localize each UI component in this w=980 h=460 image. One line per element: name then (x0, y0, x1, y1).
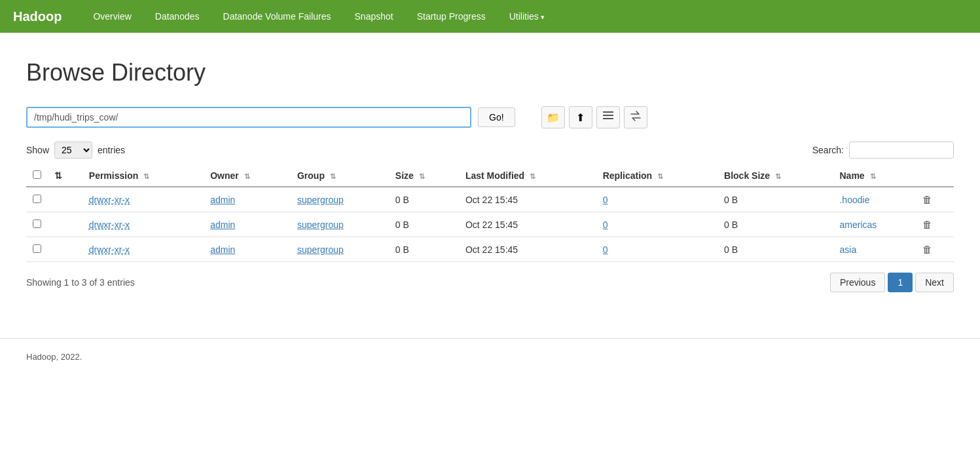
search-input[interactable] (849, 142, 954, 159)
table-row: drwxr-xr-x admin supergroup 0 B Oct 22 1… (26, 212, 954, 237)
nav-link-startup-progress[interactable]: Startup Progress (405, 2, 498, 31)
nav-link-overview[interactable]: Overview (81, 2, 143, 31)
list-icon-button[interactable] (596, 106, 620, 128)
directory-table: ⇅ Permission ⇅ Owner ⇅ Group ⇅ Size ⇅ (26, 165, 954, 262)
upload-icon-button[interactable]: ⬆ (569, 106, 592, 128)
th-sort-icon[interactable]: ⇅ (48, 165, 82, 187)
navbar: Hadoop Overview Datanodes Datanode Volum… (0, 0, 980, 33)
delete-icon-0[interactable]: 🗑 (922, 194, 932, 205)
row-permission-0: drwxr-xr-x (82, 187, 204, 212)
entries-label: entries (98, 145, 125, 155)
path-input[interactable] (26, 107, 471, 128)
sort-size-icon: ⇅ (419, 172, 425, 181)
delete-icon-1[interactable]: 🗑 (922, 219, 932, 230)
row-name-0: .hoodie (833, 187, 916, 212)
sort-group-icon: ⇅ (330, 172, 336, 181)
row-name-2: asia (833, 237, 916, 262)
nav-link-dvf[interactable]: Datanode Volume Failures (211, 2, 343, 31)
name-link-2[interactable]: asia (839, 244, 856, 255)
pagination-row: Showing 1 to 3 of 3 entries Previous 1 N… (26, 273, 954, 292)
nav-link-snapshot[interactable]: Snapshot (343, 2, 405, 31)
row-checkbox-2[interactable] (33, 244, 41, 253)
nav-link-utilities[interactable]: Utilities (498, 2, 556, 31)
page-1-button[interactable]: 1 (888, 273, 913, 292)
th-owner[interactable]: Owner ⇅ (204, 165, 291, 187)
group-link-1[interactable]: supergroup (297, 220, 344, 230)
main-content: Browse Directory Go! 📁 ⬆ (0, 33, 980, 305)
sort-blocksize-icon: ⇅ (775, 172, 781, 181)
row-blocksize-2: 0 B (717, 237, 833, 262)
row-blocksize-1: 0 B (717, 212, 833, 237)
table-row: drwxr-xr-x admin supergroup 0 B Oct 22 1… (26, 187, 954, 212)
replication-link-1[interactable]: 0 (603, 220, 608, 230)
folder-icon: 📁 (547, 111, 560, 124)
row-replication-2: 0 (596, 237, 717, 262)
navbar-brand[interactable]: Hadoop (13, 9, 62, 24)
show-select[interactable]: 10 25 50 100 (54, 142, 92, 159)
row-delete-0: 🗑 (916, 187, 954, 212)
showing-text: Showing 1 to 3 of 3 entries (26, 277, 135, 288)
th-block-size[interactable]: Block Size ⇅ (717, 165, 833, 187)
row-delete-1: 🗑 (916, 212, 954, 237)
row-checkbox-1[interactable] (33, 220, 41, 228)
name-link-0[interactable]: .hoodie (839, 195, 869, 205)
delete-icon-2[interactable]: 🗑 (922, 244, 932, 255)
sort-modified-icon: ⇅ (530, 172, 535, 181)
svg-rect-1 (603, 115, 613, 116)
show-entries-left: Show 10 25 50 100 entries (26, 142, 125, 159)
row-name-1: americas (833, 212, 916, 237)
row-checkbox-0[interactable] (33, 195, 41, 203)
th-group[interactable]: Group ⇅ (291, 165, 389, 187)
folder-icon-button[interactable]: 📁 (541, 106, 565, 128)
next-button[interactable]: Next (915, 273, 954, 292)
th-last-modified[interactable]: Last Modified ⇅ (459, 165, 596, 187)
nav-item-startup-progress: Startup Progress (405, 2, 498, 31)
th-name[interactable]: Name ⇅ (833, 165, 916, 187)
footer-text: Hadoop, 2022. (26, 352, 82, 362)
th-size[interactable]: Size ⇅ (389, 165, 459, 187)
nav-link-datanodes[interactable]: Datanodes (143, 2, 211, 31)
owner-link-1[interactable]: admin (210, 220, 235, 230)
replication-link-2[interactable]: 0 (603, 244, 608, 255)
row-group-1: supergroup (291, 212, 389, 237)
select-all-header (26, 165, 48, 187)
sort-permission-icon: ⇅ (143, 172, 149, 181)
replication-link-0[interactable]: 0 (603, 195, 608, 205)
row-permission-1: drwxr-xr-x (82, 212, 204, 237)
row-index-1 (48, 212, 82, 237)
row-modified-1: Oct 22 15:45 (459, 212, 596, 237)
row-size-2: 0 B (389, 237, 459, 262)
svg-rect-2 (603, 118, 613, 119)
upload-icon: ⬆ (576, 111, 585, 124)
nav-item-datanodes: Datanodes (143, 2, 211, 31)
row-owner-2: admin (204, 237, 291, 262)
go-button[interactable]: Go! (478, 107, 515, 127)
permission-link-2[interactable]: drwxr-xr-x (89, 244, 130, 255)
name-link-1[interactable]: americas (839, 220, 877, 230)
permission-link-0[interactable]: drwxr-xr-x (89, 195, 130, 205)
table-header-row: ⇅ Permission ⇅ Owner ⇅ Group ⇅ Size ⇅ (26, 165, 954, 187)
row-size-1: 0 B (389, 212, 459, 237)
th-replication[interactable]: Replication ⇅ (596, 165, 717, 187)
owner-link-2[interactable]: admin (210, 244, 235, 255)
sort-replication-icon: ⇅ (657, 172, 663, 181)
transfer-icon-button[interactable] (624, 106, 647, 128)
row-owner-1: admin (204, 212, 291, 237)
table-row: drwxr-xr-x admin supergroup 0 B Oct 22 1… (26, 237, 954, 262)
owner-link-0[interactable]: admin (210, 195, 235, 205)
sort-owner-icon: ⇅ (244, 172, 250, 181)
th-permission[interactable]: Permission ⇅ (82, 165, 204, 187)
permission-link-1[interactable]: drwxr-xr-x (89, 220, 130, 230)
navbar-nav: Overview Datanodes Datanode Volume Failu… (81, 2, 556, 31)
search-box: Search: (812, 142, 954, 159)
group-link-0[interactable]: supergroup (297, 195, 344, 205)
row-modified-2: Oct 22 15:45 (459, 237, 596, 262)
group-link-2[interactable]: supergroup (297, 244, 344, 255)
previous-button[interactable]: Previous (830, 273, 885, 292)
row-checkbox-cell (26, 212, 48, 237)
toolbar-icons: 📁 ⬆ (541, 106, 647, 128)
search-label: Search: (812, 145, 844, 155)
list-icon (603, 111, 613, 123)
nav-item-snapshot: Snapshot (343, 2, 405, 31)
select-all-checkbox[interactable] (33, 170, 41, 179)
